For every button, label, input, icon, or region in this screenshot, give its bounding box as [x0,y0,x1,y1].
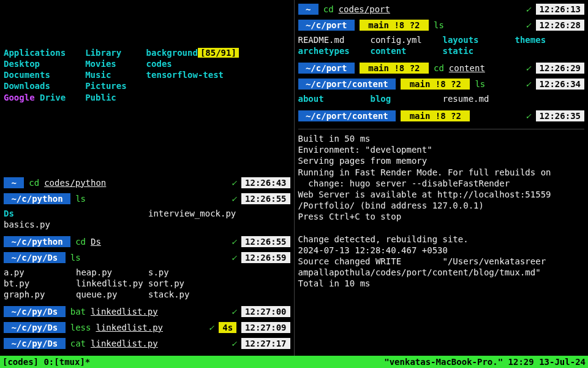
file-entry: bt.py [4,278,71,289]
dir: tensorflow-test [146,69,239,80]
git-status: main !8 ?2 [360,63,429,74]
prompt-line[interactable]: ~/c/port/content main !8 ?2 ls✓ 12:26:34 [298,77,585,91]
prompt-line[interactable]: ~/c/py/Ds bat linkedlist.py✓ 12:27:00 [4,305,290,318]
timestamp: 12:26:43 [241,177,290,188]
pane-right[interactable]: ~ cd codes/port✓ 12:26:13 ~/c/port main … [295,0,589,356]
success-icon: ✓ [232,177,236,188]
timestamp: 12:26:13 [536,4,584,15]
cmd: cd [323,4,334,15]
prompt-path: ~/c/python [4,193,70,204]
success-icon: ✓ [526,20,530,31]
prompt-line[interactable]: ~/c/python ls✓ 12:26:55 [4,192,290,205]
prompt-line[interactable]: ~/c/py/Ds less linkedlist.py✓ 4s 12:27:0… [4,321,290,334]
prompt-line[interactable]: ~/c/port main !8 ?2 ls✓ 12:26:28 [298,18,585,32]
prompt-path: ~/c/port [298,20,355,31]
success-icon: ✓ [526,110,530,121]
prompt-path: ~ [298,4,318,15]
cmd: bat [70,306,86,317]
success-icon: ✓ [232,193,236,204]
dir: Applications [4,47,66,58]
success-icon: ✓ [209,322,214,333]
dir-entry: blog [371,93,438,104]
prompt-line[interactable]: ~ cd codes/port✓ 12:26:13 [298,2,585,16]
timestamp: 12:26:28 [536,20,584,31]
log-line: Source changed WRITE "/Users/venkatasree… [298,256,585,267]
file-entry: README.md [298,34,366,45]
file-entry: sort.py [148,278,216,289]
ls-row: aboutblogresume.md [298,93,585,104]
cmd-arg: linkedlist.py [91,338,158,349]
file-entry: interview_mock.py [148,208,236,219]
tmux-window: Applications Desktop Documents Downloads… [0,0,588,356]
tmux-status-bar: [codes] 0:[tmux]* "venkatas-MacBook-Pro.… [0,356,588,368]
log-line: Web Server is available at http://localh… [298,189,585,200]
file-entry: heap.py [76,267,143,278]
file-entry: s.py [148,267,216,278]
dir-entry: themes [515,34,582,45]
file-row: background[85/91] [146,47,239,58]
timestamp: 12:27:00 [241,306,290,317]
dir-entry: content [371,45,438,56]
prompt-line[interactable]: ~/c/port/content main !8 ?2 ✓ 12:26:35 [298,109,585,123]
log-line: /Portfolio/ (bind address 127.0.0.1) [298,200,585,211]
dir-entry: Ds [4,208,71,219]
file-entry: a.py [4,267,71,278]
cmd-arg: content [449,63,485,74]
file-entry: config.yml [371,34,438,45]
status-right: "venkatas-MacBook-Pro." 12:29 13-Jul-24 [384,356,586,367]
timestamp: 12:26:59 [241,252,290,263]
ls-row: a.pyheap.pys.py [4,267,290,278]
prompt-path: ~/c/py/Ds [4,252,66,263]
cmd: cd [29,177,39,188]
success-icon: ✓ [526,4,530,15]
cmd: less [70,322,91,333]
file-entry: linkedlist.py [76,278,143,289]
dir: Documents [4,69,66,80]
log-line [298,223,585,234]
cmd-arg: linkedlist.py [91,306,158,317]
pane-right-top[interactable]: ~ cd codes/port✓ 12:26:13 ~/c/port main … [298,2,585,129]
prompt-path: ~/c/py/Ds [4,322,66,333]
pane-left[interactable]: Applications Desktop Documents Downloads… [0,0,295,356]
dir-entry: static [443,45,510,56]
git-status: main !8 ?2 [401,79,470,90]
log-line: Press Ctrl+C to stop [298,211,585,222]
file-entry: resume.md [443,93,510,104]
prompt-line[interactable]: ~ cd codes/python✓ 12:26:43 [4,176,290,190]
timestamp: 12:26:55 [241,193,290,204]
dir-entry: about [298,93,366,104]
prompt-path: ~/c/py/Ds [4,306,66,317]
status-left: [codes] 0:[tmux]* [2,356,90,367]
ls-row: Dsinterview_mock.py [4,208,290,219]
dir-entry: layouts [443,34,510,45]
cmd-arg: Ds [91,236,101,247]
prompt-path: ~ [4,177,24,188]
prompt-line[interactable]: ~/c/py/Ds cat linkedlist.py✓ 12:27:17 [4,337,290,350]
cmd: ls [475,79,485,90]
dir: codes [146,58,239,69]
ls-row: archetypescontentstatic [298,45,585,56]
prompt-line[interactable]: ~/c/port main !8 ?2 cd content✓ 12:26:29 [298,61,585,75]
timestamp: 12:26:35 [536,110,584,121]
pane-right-bottom[interactable]: Built in 50 msEnvironment: "development"… [298,129,585,353]
dir: Movies [85,58,126,69]
success-icon: ✓ [232,252,236,263]
cmd: cat [70,338,86,349]
ls-row: basics.py [4,219,290,230]
prompt-line[interactable]: ~/c/py/Ds ls✓ 12:26:59 [4,251,290,264]
dir: Public [85,92,126,103]
log-line: ampallapothula/codes/port/content/blog/t… [298,267,585,278]
log-line: Built in 50 ms [298,133,585,144]
timestamp: 12:27:09 [241,322,290,333]
prompt-line[interactable]: ~/c/python cd Ds✓ 12:26:55 [4,235,290,248]
cmd: ls [434,20,444,31]
dir: Music [85,69,126,80]
success-icon: ✓ [232,236,236,247]
ls-row: README.mdconfig.ymllayoutsthemes [298,34,585,45]
dir: Downloads [4,80,66,91]
log-line: change: hugo server --disableFastRender [298,178,585,189]
dir: Library [85,47,126,58]
success-icon: ✓ [526,79,530,90]
search-count-badge: [85/91] [198,48,239,58]
cmd-arg: codes/port [339,4,390,15]
